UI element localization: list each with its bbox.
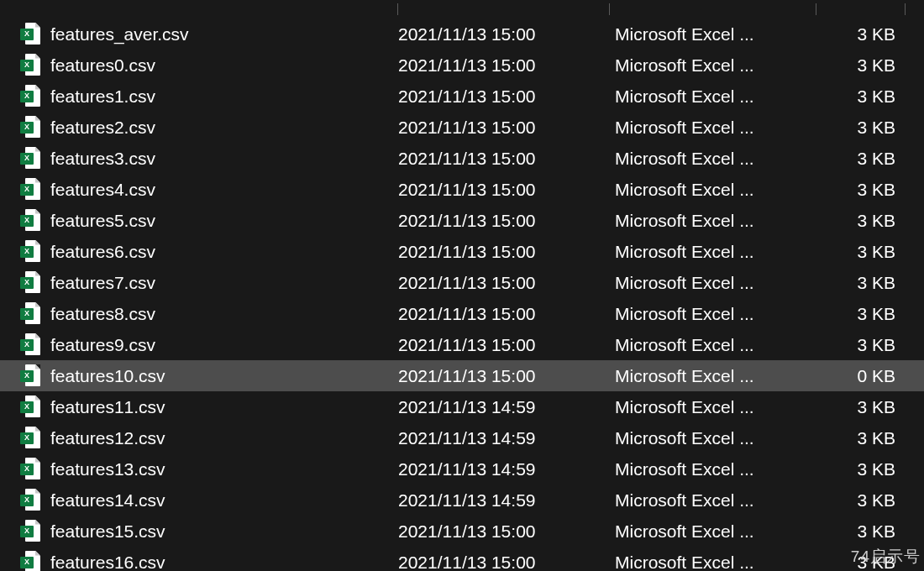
file-name: features10.csv [50,366,398,386]
file-date-modified: 2021/11/13 15:00 [398,521,615,542]
file-size: 3 KB [825,490,904,511]
file-name: features12.csv [50,428,398,448]
file-date-modified: 2021/11/13 14:59 [398,397,615,417]
file-date-modified: 2021/11/13 14:59 [398,428,615,448]
file-name: features8.csv [50,304,398,324]
file-row[interactable]: Xfeatures8.csv2021/11/13 15:00Microsoft … [0,298,924,329]
file-name: features0.csv [50,55,398,76]
file-name: features3.csv [50,149,398,169]
file-row[interactable]: Xfeatures0.csv2021/11/13 15:00Microsoft … [0,50,924,81]
file-type: Microsoft Excel ... [615,180,825,200]
excel-csv-icon: X [20,364,50,388]
excel-csv-icon: X [20,147,50,170]
excel-csv-icon: X [20,178,50,202]
file-type: Microsoft Excel ... [615,86,825,107]
file-type: Microsoft Excel ... [615,490,825,511]
file-type: Microsoft Excel ... [615,211,825,231]
file-row[interactable]: Xfeatures14.csv2021/11/13 14:59Microsoft… [0,485,924,516]
file-name: features1.csv [50,86,398,107]
excel-csv-icon: X [20,240,50,264]
file-name: features7.csv [50,273,398,293]
file-type: Microsoft Excel ... [615,521,825,542]
file-date-modified: 2021/11/13 15:00 [398,242,615,262]
file-name: features9.csv [50,335,398,355]
excel-csv-icon: X [20,116,50,139]
excel-csv-icon: X [20,396,50,419]
file-size: 3 KB [825,180,904,200]
file-size: 3 KB [825,335,904,355]
file-date-modified: 2021/11/13 15:00 [398,553,615,572]
file-row[interactable]: Xfeatures12.csv2021/11/13 14:59Microsoft… [0,422,924,453]
file-date-modified: 2021/11/13 15:00 [398,55,615,76]
file-type: Microsoft Excel ... [615,304,825,324]
file-type: Microsoft Excel ... [615,24,825,45]
file-row[interactable]: Xfeatures9.csv2021/11/13 15:00Microsoft … [0,329,924,360]
file-date-modified: 2021/11/13 15:00 [398,335,615,355]
excel-csv-icon: X [20,551,50,572]
file-name: features5.csv [50,211,398,231]
file-type: Microsoft Excel ... [615,55,825,76]
file-date-modified: 2021/11/13 15:00 [398,180,615,200]
file-row[interactable]: Xfeatures_aver.csv2021/11/13 15:00Micros… [0,18,924,50]
file-row[interactable]: Xfeatures3.csv2021/11/13 15:00Microsoft … [0,143,924,174]
file-size: 3 KB [825,118,904,138]
file-type: Microsoft Excel ... [615,335,825,355]
file-date-modified: 2021/11/13 15:00 [398,273,615,293]
file-type: Microsoft Excel ... [615,459,825,479]
file-date-modified: 2021/11/13 15:00 [398,366,615,386]
file-name: features11.csv [50,397,398,417]
file-date-modified: 2021/11/13 14:59 [398,459,615,479]
file-name: features13.csv [50,459,398,479]
file-size: 3 KB [825,304,904,324]
file-type: Microsoft Excel ... [615,366,825,386]
file-row[interactable]: Xfeatures7.csv2021/11/13 15:00Microsoft … [0,267,924,298]
file-name: features15.csv [50,521,398,542]
file-date-modified: 2021/11/13 15:00 [398,86,615,107]
file-size: 3 KB [825,242,904,262]
file-type: Microsoft Excel ... [615,428,825,448]
file-row[interactable]: Xfeatures2.csv2021/11/13 15:00Microsoft … [0,112,924,143]
file-size: 3 KB [825,459,904,479]
file-row[interactable]: Xfeatures13.csv2021/11/13 14:59Microsoft… [0,453,924,485]
file-name: features2.csv [50,118,398,138]
file-list[interactable]: Xfeatures_aver.csv2021/11/13 15:00Micros… [0,0,924,571]
file-row[interactable]: Xfeatures15.csv2021/11/13 15:00Microsoft… [0,516,924,547]
file-size: 3 KB [825,149,904,169]
file-type: Microsoft Excel ... [615,273,825,293]
excel-csv-icon: X [20,520,50,543]
column-header-dividers [0,3,924,15]
file-row[interactable]: Xfeatures16.csv2021/11/13 15:00Microsoft… [0,547,924,571]
file-date-modified: 2021/11/13 15:00 [398,304,615,324]
excel-csv-icon: X [20,23,50,46]
file-row[interactable]: Xfeatures11.csv2021/11/13 14:59Microsoft… [0,391,924,422]
file-row[interactable]: Xfeatures6.csv2021/11/13 15:00Microsoft … [0,236,924,267]
file-type: Microsoft Excel ... [615,118,825,138]
excel-csv-icon: X [20,302,50,326]
file-size: 0 KB [825,366,904,386]
file-name: features6.csv [50,242,398,262]
excel-csv-icon: X [20,489,50,512]
file-name: features_aver.csv [50,24,398,45]
excel-csv-icon: X [20,54,50,77]
file-type: Microsoft Excel ... [615,149,825,169]
file-size: 3 KB [825,428,904,448]
file-row[interactable]: Xfeatures10.csv2021/11/13 15:00Microsoft… [0,360,924,391]
excel-csv-icon: X [20,333,50,357]
excel-csv-icon: X [20,209,50,233]
file-date-modified: 2021/11/13 15:00 [398,211,615,231]
file-type: Microsoft Excel ... [615,397,825,417]
file-name: features14.csv [50,490,398,511]
file-size: 3 KB [825,553,904,572]
file-row[interactable]: Xfeatures4.csv2021/11/13 15:00Microsoft … [0,174,924,205]
file-row[interactable]: Xfeatures5.csv2021/11/13 15:00Microsoft … [0,205,924,236]
excel-csv-icon: X [20,458,50,481]
file-size: 3 KB [825,273,904,293]
file-row[interactable]: Xfeatures1.csv2021/11/13 15:00Microsoft … [0,81,924,112]
file-size: 3 KB [825,211,904,231]
file-size: 3 KB [825,55,904,76]
file-size: 3 KB [825,397,904,417]
file-name: features4.csv [50,180,398,200]
excel-csv-icon: X [20,427,50,450]
file-date-modified: 2021/11/13 15:00 [398,24,615,45]
file-date-modified: 2021/11/13 14:59 [398,490,615,511]
